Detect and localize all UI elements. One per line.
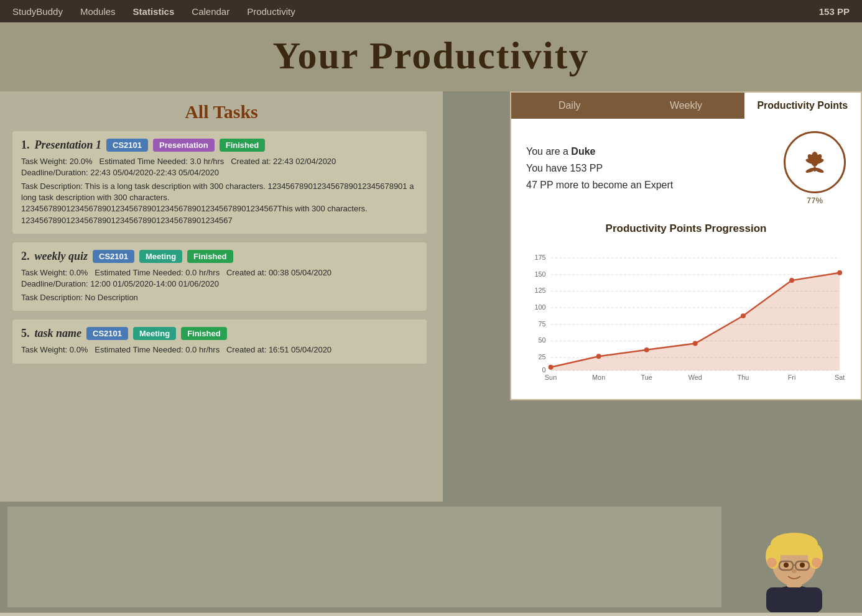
badge-cs2101-5: CS2101 [86,327,128,340]
tasks-scroll[interactable]: 1. Presentation 1 CS2101 Presentation Fi… [12,131,430,492]
task-number-5: 5. [21,327,30,340]
tab-productivity-points[interactable]: Productivity Points [744,93,861,119]
tab-weekly[interactable]: Weekly [628,93,744,119]
svg-point-30 [789,278,794,283]
svg-text:125: 125 [535,287,546,294]
svg-point-54 [812,558,822,568]
badge-meeting-2: Meeting [139,250,182,263]
rank-text: You are a Duke You have 153 PP 47 PP mor… [526,143,673,194]
task-title-row-1: 1. Presentation 1 CS2101 Presentation Fi… [21,139,418,152]
avatar [744,507,844,612]
svg-point-27 [644,347,649,352]
task-number-1: 1. [21,139,30,152]
chart-title: Productivity Points Progression [606,223,767,235]
svg-text:0: 0 [542,366,546,374]
rank-circle [784,131,846,193]
svg-point-31 [837,270,842,275]
svg-text:175: 175 [535,254,546,261]
chart-area: .grid-line { stroke: #ddd; stroke-width:… [526,244,846,387]
next-rank-line: 47 PP more to become an Expert [526,180,673,190]
task-meta1-5: Task Weight: 0.0% Estimated Time Needed:… [21,345,418,354]
avatar-area [729,502,860,612]
svg-rect-46 [771,543,818,555]
task-title-row-2: 2. weekly quiz CS2101 Meeting Finished [21,250,418,263]
stats-tabs: Daily Weekly Productivity Points [511,93,861,119]
task-card-1: 1. Presentation 1 CS2101 Presentation Fi… [12,131,427,234]
rank-pct: 77% [807,196,823,205]
svg-point-52 [792,569,797,573]
nav-links: StudyBuddy Modules Statistics Calendar P… [12,6,295,17]
main-area: All Tasks 1. Presentation 1 CS2101 Prese… [0,91,862,502]
task-desc-1: Task Description: This is a long task de… [21,181,418,226]
svg-text:Wed: Wed [688,374,702,381]
pp-display: 153 PP [819,6,850,17]
svg-marker-24 [551,273,840,370]
nav-brand[interactable]: StudyBuddy [12,6,63,17]
svg-point-53 [767,558,777,568]
svg-text:Sat: Sat [835,374,845,381]
lotus-icon [798,145,832,179]
svg-text:25: 25 [539,353,546,361]
task-name-2: weekly quiz [35,250,88,263]
task-name-1: Presentation 1 [35,139,102,152]
svg-text:50: 50 [539,336,546,344]
tab-daily[interactable]: Daily [511,93,628,119]
command-bar [0,612,862,616]
task-desc-2: Task Description: No Description [21,292,418,303]
badge-finished-1: Finished [220,139,265,152]
productivity-chart: .grid-line { stroke: #ddd; stroke-width:… [526,244,846,387]
badge-finished-5: Finished [181,327,226,340]
task-meta1-1: Task Weight: 20.0% Estimated Time Needed… [21,157,418,166]
task-title-row-5: 5. task name CS2101 Meeting Finished [21,327,418,340]
svg-text:Mon: Mon [592,374,605,381]
badge-cs2101-1: CS2101 [106,139,148,152]
svg-text:Fri: Fri [788,374,796,381]
rank-label: You are a [526,146,571,157]
nav-productivity[interactable]: Productivity [247,6,295,17]
svg-point-51 [800,563,805,568]
nav-calendar[interactable]: Calendar [192,6,229,17]
svg-text:150: 150 [535,270,546,278]
task-number-2: 2. [21,250,30,263]
svg-point-50 [784,563,789,568]
nav-modules[interactable]: Modules [80,6,116,17]
rank-section: You are a Duke You have 153 PP 47 PP mor… [526,131,846,205]
svg-point-25 [549,365,554,370]
bottom-area [0,502,862,612]
pp-line: You have 153 PP [526,163,603,173]
page-title: Your Productivity [0,34,862,78]
badge-finished-2: Finished [187,250,233,263]
svg-text:75: 75 [539,320,546,328]
svg-point-28 [693,341,698,346]
tasks-panel: All Tasks 1. Presentation 1 CS2101 Prese… [0,91,443,502]
badge-presentation-1: Presentation [153,139,215,152]
badge-cs2101-2: CS2101 [93,250,134,263]
page-header: Your Productivity [0,22,862,91]
stats-body: You are a Duke You have 153 PP 47 PP mor… [511,119,861,399]
right-panel: Daily Weekly Productivity Points You are… [443,91,862,502]
svg-text:100: 100 [535,303,546,311]
task-card-2: 2. weekly quiz CS2101 Meeting Finished T… [12,242,427,311]
chat-box [7,507,721,607]
rank-name: Duke [571,146,595,157]
svg-text:Thu: Thu [738,374,749,381]
task-meta1-2: Task Weight: 0.0% Estimated Time Needed:… [21,268,418,277]
task-meta2-1: Deadline/Duration: 22:43 05/04/2020-22:4… [21,168,418,177]
task-name-5: task name [35,327,82,340]
task-meta2-2: Deadline/Duration: 12:00 01/05/2020-14:0… [21,279,418,288]
svg-rect-40 [766,587,822,612]
svg-text:Sun: Sun [545,374,557,381]
svg-point-29 [741,313,746,318]
task-card-5: 5. task name CS2101 Meeting Finished Tas… [12,319,427,364]
navbar: StudyBuddy Modules Statistics Calendar P… [0,0,862,22]
nav-statistics[interactable]: Statistics [133,6,175,17]
svg-point-26 [596,354,601,359]
badge-meeting-5: Meeting [133,327,176,340]
svg-text:Tue: Tue [641,374,652,381]
tasks-heading: All Tasks [12,101,430,122]
stats-card: Daily Weekly Productivity Points You are… [510,91,862,400]
